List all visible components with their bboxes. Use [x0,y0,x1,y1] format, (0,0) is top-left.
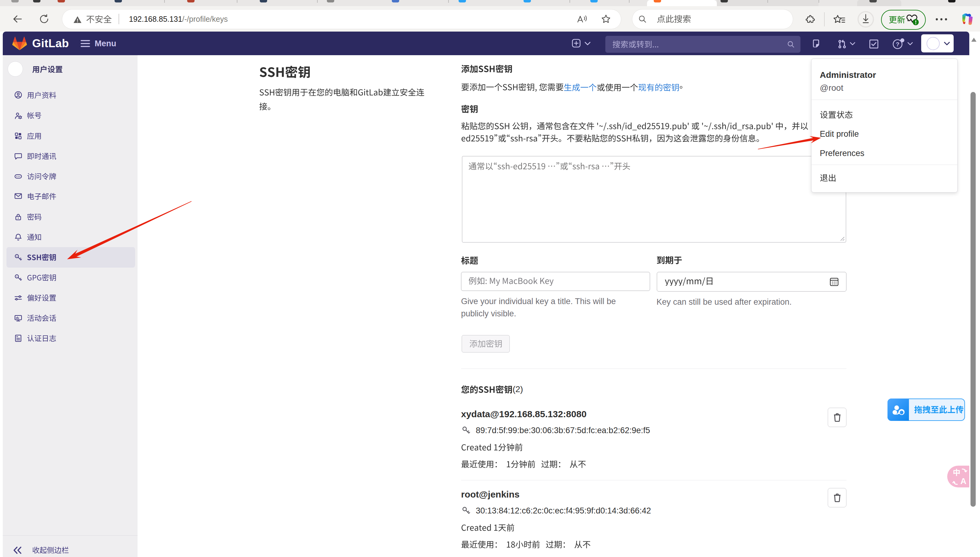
svg-text:?: ? [896,41,899,47]
